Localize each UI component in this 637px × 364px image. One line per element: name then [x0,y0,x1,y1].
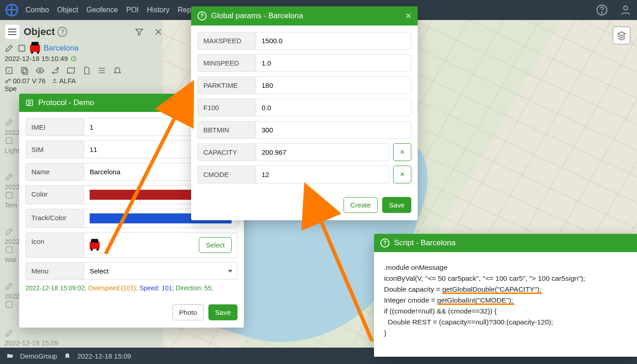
info-icon[interactable] [5,136,14,145]
svg-rect-3 [19,45,25,51]
object-kv-line: 00:07 V:76 ALFA [5,77,163,85]
svg-point-1 [602,12,602,13]
param-input[interactable] [256,143,389,161]
status-group: DemoGroup [20,352,57,360]
user-icon[interactable] [620,4,632,16]
svg-point-8 [39,70,41,72]
nav-history[interactable]: History [147,6,170,14]
edit-icon[interactable] [5,329,14,338]
menu-select[interactable]: Select [84,262,238,280]
info-icon[interactable] [5,66,14,75]
select-icon-button[interactable]: Select [199,237,232,253]
person-icon [51,78,58,84]
param-label: MAXSPEED [197,32,256,50]
save-button[interactable]: Save [208,304,238,320]
edit-icon[interactable] [5,282,14,291]
script-panel: ? Script - Barcelona .module onMessage i… [374,234,637,357]
svg-rect-15 [6,247,12,253]
delete-param-icon[interactable]: × [393,143,411,161]
field-label: Icon [25,233,84,258]
nav-geofence[interactable]: Geofence [86,6,118,14]
photo-button[interactable]: Photo [172,304,204,320]
close-icon[interactable] [154,27,163,36]
svg-rect-13 [6,137,12,143]
bell-icon[interactable] [113,66,122,75]
eye-icon[interactable] [35,66,45,75]
param-input[interactable] [256,32,411,50]
edit-icon[interactable] [5,227,14,236]
script-code[interactable]: .module onMessage iconByVal(V, "<= 50 ca… [374,252,637,357]
clock-icon [71,56,77,62]
copy-icon[interactable] [20,66,29,75]
info-icon[interactable] [5,245,14,254]
map-icon[interactable] [66,66,76,75]
field-label: Track/Color [25,209,84,228]
code-highlight: getGlobalInt("CMODE"); [437,296,513,304]
field-label: Menu [25,262,84,280]
app-logo [5,4,18,16]
list-icon [25,99,34,107]
svg-point-9 [52,72,54,73]
key-icon [5,78,11,84]
field-label: IMEI [25,118,84,136]
code-highlight: getGlobalDouble("CAPACITY"); [442,285,541,293]
protocol-status-line: 2022-12-18 15:09:02; Overspeed (101); Sp… [25,284,238,292]
info-icon[interactable] [5,300,14,309]
global-params-modal: ? Global params - Barcelona × MAXSPEEDMI… [191,6,418,220]
menu-toggle-icon[interactable] [5,24,20,40]
svg-rect-7 [23,69,28,75]
modal-title: Protocol - Demo [38,98,94,107]
svg-rect-14 [6,192,12,198]
folder-icon [6,352,14,359]
help-icon[interactable] [596,4,608,16]
delete-param-icon[interactable]: × [393,166,411,183]
panel-title: Object? [24,26,67,38]
svg-rect-16 [6,301,12,307]
vehicle-icon [30,45,40,52]
svg-point-10 [57,67,58,69]
svg-rect-6 [21,67,26,73]
filter-icon[interactable] [135,27,144,36]
edit-icon[interactable] [5,44,14,53]
nav-combo[interactable]: Combo [25,6,49,14]
side-panel-header: Object? [5,24,163,40]
nav-object[interactable]: Object [57,6,78,14]
param-label: PARKTIME [197,76,256,94]
list-ts: 2022-12-18 15:09 [5,339,163,347]
param-input[interactable] [256,54,411,72]
object-name-link[interactable]: Barcelona [44,44,79,53]
layers-icon[interactable] [612,26,631,45]
help-icon[interactable]: ? [380,238,389,248]
help-icon[interactable]: ? [57,27,67,37]
svg-point-2 [624,6,628,10]
param-label: CMODE [197,166,256,183]
field-label: Color [25,185,84,204]
top-nav: Combo Object Geofence POI History Report [25,6,200,14]
modal-title: Script - Barcelona [394,238,455,248]
close-icon[interactable]: × [405,11,411,21]
field-label: Name [25,163,84,181]
param-input[interactable] [256,166,389,183]
info-icon[interactable] [5,191,14,200]
edit-icon[interactable] [5,172,14,182]
param-label: F100 [197,99,256,116]
param-label: BBTMIN [197,121,256,139]
param-input[interactable] [256,121,411,139]
svg-point-12 [54,79,56,81]
list-icon[interactable] [97,66,106,75]
checkbox-icon[interactable] [17,44,26,53]
param-input[interactable] [256,99,411,116]
save-button[interactable]: Save [382,197,411,213]
help-icon[interactable]: ? [197,11,207,20]
object-speed-label: Spe [5,85,163,92]
object-action-bar [5,66,163,75]
edit-icon[interactable] [5,118,14,127]
bell-icon [64,352,71,359]
document-icon[interactable] [82,66,91,75]
create-button[interactable]: Create [344,197,378,213]
nav-poi[interactable]: POI [126,6,139,14]
param-input[interactable] [256,76,411,94]
modal-title: Global params - Barcelona [211,11,303,20]
object-timestamp: 2022-12-18 15:10:49 [5,55,163,62]
route-icon[interactable] [51,66,60,75]
